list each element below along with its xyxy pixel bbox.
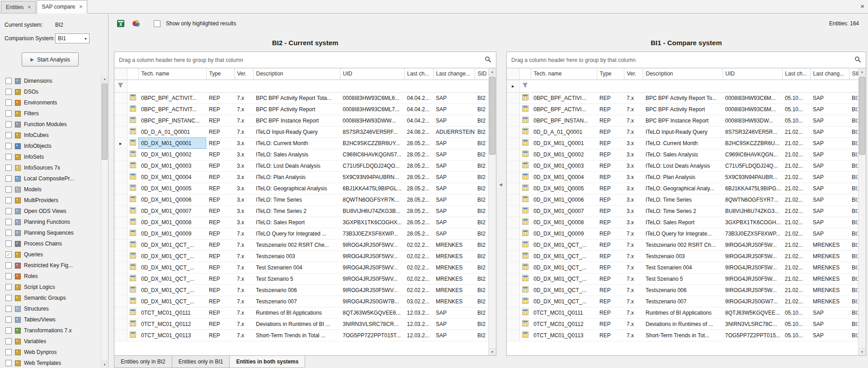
cell-tech-name[interactable]: 0D_DX_M01_Q0003 [138, 160, 206, 171]
cell-type[interactable]: REP [206, 217, 234, 228]
tree-item-script-logics[interactable]: Script Logics [5, 282, 101, 293]
cell-type[interactable]: REP [206, 284, 234, 296]
table-row[interactable]: 0D_DX_M01_QCT_...REP7.xTest Szenarien 00… [114, 262, 496, 273]
cell-version[interactable]: 3.x [624, 194, 643, 205]
filter-cell[interactable] [597, 80, 624, 92]
cell-last-changed[interactable]: 28.05.2... [404, 137, 433, 149]
cell-description[interactable]: ITeLO: Geographical Analy... [643, 183, 722, 194]
cell-description[interactable]: ITeLO: Sales Report [253, 217, 340, 228]
cell-type[interactable]: REP [597, 171, 624, 183]
table-row[interactable]: 0TCT_MC01_Q0112REP7.xDeviations in Runti… [114, 318, 496, 330]
cell-uid[interactable]: 8QTJ63W5KGQVEE... [722, 307, 782, 318]
group-by-bar[interactable]: Drag a column header here to group by th… [506, 52, 866, 68]
cell-type[interactable]: REP [206, 205, 234, 217]
cell-last-changed[interactable]: 28.05.2... [404, 205, 433, 217]
cell-type[interactable]: REP [597, 160, 624, 171]
cell-tech-name[interactable]: 0D_DX_M01_Q0009 [138, 228, 206, 239]
cell-version[interactable]: 7.x [624, 284, 643, 296]
checkbox[interactable] [5, 121, 12, 127]
cell-last-changed[interactable]: 21.02... [782, 149, 810, 160]
cell-description[interactable]: Testszenaio 003 [253, 250, 340, 262]
column-header-last-chang[interactable]: Last chang... [810, 68, 849, 80]
cell-uid[interactable]: 9IROG4JRJS0F5WV... [340, 273, 404, 284]
cell-version[interactable]: 7.x [624, 318, 643, 330]
tree-item-roles[interactable]: Roles [5, 271, 101, 282]
cell-last-changed[interactable]: 21.02... [782, 137, 810, 149]
cell-last-changed-by[interactable]: SAP [810, 228, 849, 239]
cell-description[interactable]: Short-Term Trends in Total ... [253, 330, 340, 341]
cell-last-changed-by[interactable]: SAP [810, 171, 849, 183]
cell-uid[interactable]: C71U5FLDQDJ24QO... [340, 160, 404, 171]
cell-description[interactable]: BPC BPF Activity Report [253, 104, 340, 115]
cell-last-changed-by[interactable]: SAP [810, 217, 849, 228]
cell-last-changed-by[interactable]: SAP [810, 126, 849, 137]
table-row[interactable]: 0D_DX_M01_QCT_...REP7.xTestszenaio 0039I… [114, 250, 496, 262]
cell-tech-name[interactable]: 0D_DX_M01_QCT_... [531, 284, 597, 296]
cell-last-changed[interactable]: 21.02... [782, 126, 810, 137]
table-row[interactable]: 0D_DX_M01_QCT_...REP7.xTestszenario 002 … [114, 239, 496, 250]
table-row[interactable]: 0D_DX_M01_Q0008REP3.xITeLO: Sales Report… [507, 217, 866, 228]
table-row[interactable]: 0D_DX_M01_Q0002REP3.xITeLO: Sales Analys… [507, 149, 866, 160]
table-row[interactable]: 0BPC_BPF_ACTIVI...REP7.xBPC BPF Activity… [507, 92, 866, 104]
column-header-ver[interactable]: Ver. [624, 68, 643, 80]
column-header-uid[interactable]: UID [722, 68, 782, 80]
tree-item-infosets[interactable]: InfoSets [5, 151, 101, 162]
cell-version[interactable]: 3.x [624, 149, 643, 160]
cell-last-changed-by[interactable]: SAP [433, 115, 475, 126]
cell-version[interactable]: 3.x [624, 171, 643, 183]
filter-cell[interactable] [722, 80, 782, 92]
cell-last-changed[interactable]: 28.05.2... [404, 194, 433, 205]
checkbox[interactable] [5, 295, 12, 301]
tree-item-web-templates[interactable]: Web Templates [5, 358, 101, 368]
cell-version[interactable]: 7.x [234, 228, 253, 239]
checkbox[interactable]: ✓ [5, 251, 12, 258]
cell-type[interactable]: REP [597, 149, 624, 160]
cell-description[interactable]: ITeLO: Current Month [643, 137, 722, 149]
checkbox[interactable] [5, 316, 12, 323]
cell-last-changed-by[interactable]: MRENKES [810, 250, 849, 262]
cell-uid[interactable]: BU8VIJH6U74ZKG3... [722, 205, 782, 217]
cell-uid[interactable]: 9IROG4JRJS0F5W... [722, 273, 782, 284]
cell-tech-name[interactable]: 0D_DX_M01_QCT_... [531, 296, 597, 307]
cell-last-changed-by[interactable]: SAP [433, 330, 475, 341]
cell-last-changed-by[interactable]: SAP [810, 330, 849, 341]
cell-version[interactable]: 7.x [234, 307, 253, 318]
cell-last-changed-by[interactable]: SAP [810, 183, 849, 194]
cell-description[interactable]: Testszenario 007 [643, 296, 722, 307]
tab-entities[interactable]: Entities × [1, 1, 36, 13]
tree-item-open-ods-views[interactable]: Open ODS Views [5, 206, 101, 217]
filter-cell[interactable] [624, 80, 643, 92]
cell-description[interactable]: Deviations in Runtimes of BI ... [253, 318, 340, 330]
checkbox[interactable] [5, 338, 12, 344]
cell-last-changed[interactable]: 21.02... [782, 217, 810, 228]
cell-last-changed[interactable]: 28.05.2... [404, 217, 433, 228]
table-row[interactable]: 0D_D_A_01_Q0001REP7.xITeLO Input-Ready Q… [114, 126, 496, 137]
cell-version[interactable]: 7.x [234, 115, 253, 126]
cell-last-changed[interactable]: 28.05.2... [404, 183, 433, 194]
cell-type[interactable]: REP [597, 307, 624, 318]
cell-last-changed-by[interactable]: SAP [433, 137, 475, 149]
cell-tech-name[interactable]: 0TCT_MC01_Q0111 [531, 307, 597, 318]
table-row[interactable]: 0D_DX_M01_Q0003REP3.xITeLO: Lost Deals A… [114, 160, 496, 171]
cell-description[interactable]: Testszenario 006 [643, 284, 722, 296]
table-row[interactable]: 0D_D_A_01_Q0001REP7.xITeLO Input-Ready Q… [507, 126, 866, 137]
table-row[interactable]: 0D_DX_M01_QCT_...REP7.xTestszenario 0069… [114, 284, 496, 296]
cell-uid[interactable]: 3GXPBX1TK6COGH... [722, 217, 782, 228]
filter-cell[interactable] [253, 80, 340, 92]
cell-type[interactable]: REP [597, 126, 624, 137]
cell-description[interactable]: Runtimes of BI Applications [253, 307, 340, 318]
cell-version[interactable]: 3.x [234, 217, 253, 228]
cell-tech-name[interactable]: 0BPC_BPF_INSTANC... [138, 115, 206, 126]
cell-version[interactable]: 7.x [234, 273, 253, 284]
checkbox[interactable] [5, 208, 12, 214]
table-row[interactable]: 0D_DX_M01_Q0003REP3.xITeLO: Lost Deals A… [507, 160, 866, 171]
checkbox[interactable] [5, 230, 12, 236]
filter-cell[interactable] [234, 80, 253, 92]
cell-version[interactable]: 3.x [234, 194, 253, 205]
scroll-up-icon[interactable]: ▲ [489, 68, 496, 75]
filter-cell[interactable] [531, 80, 597, 92]
cell-description[interactable]: Short-Term Trends in Tot... [643, 330, 722, 341]
table-row[interactable]: 0D_DX_M01_Q0004REP3.xITeLO: Plan Analysi… [507, 171, 866, 183]
cell-uid[interactable]: 9IROG4JRJS0F5W... [722, 239, 782, 250]
cell-description[interactable]: Test Szenarien 004 [253, 262, 340, 273]
